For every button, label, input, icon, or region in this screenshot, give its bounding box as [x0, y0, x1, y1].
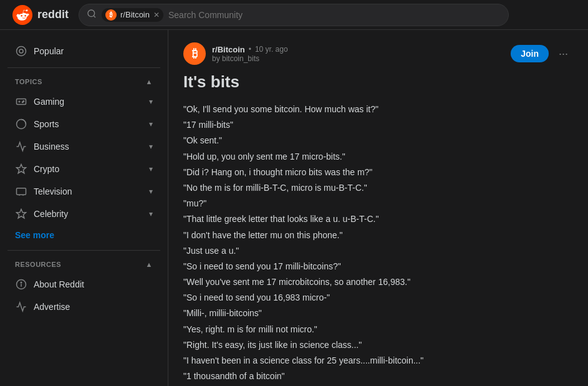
svg-line-2 [94, 16, 95, 17]
resources-section-header[interactable]: RESOURCES ▲ [7, 256, 160, 273]
post-body-line: "Just use a u." [183, 243, 573, 259]
gaming-label: Gaming [34, 97, 143, 107]
post-dot: • [249, 45, 251, 54]
sidebar-item-popular[interactable]: Popular [7, 40, 160, 62]
business-chevron-icon: ▾ [149, 142, 153, 151]
header: reddit ₿ r/Bitcoin ✕ [0, 0, 588, 30]
post-meta: r/Bitcoin • 10 yr. ago by bitcoin_bits [212, 45, 504, 63]
post-body-line: "1 thousandth of a bitcoin" [183, 369, 573, 384]
community-tag-name: r/Bitcoin [120, 10, 150, 19]
sidebar-item-advertise[interactable]: Advertise [7, 296, 160, 318]
business-icon [15, 140, 27, 153]
sidebar-popular-label: Popular [34, 46, 153, 56]
crypto-label: Crypto [34, 164, 143, 174]
community-tag: ₿ r/Bitcoin ✕ [102, 8, 163, 22]
post-body-line: "That little greek letter that looks lik… [183, 211, 573, 227]
svg-point-4 [19, 49, 23, 53]
sidebar-item-celebrity[interactable]: Celebrity ▾ [7, 203, 160, 225]
svg-marker-11 [17, 210, 26, 218]
sidebar-item-business[interactable]: Business ▾ [7, 135, 160, 158]
sidebar-item-television[interactable]: Television ▾ [7, 180, 160, 203]
more-options-button[interactable]: ··· [554, 45, 573, 63]
post-body-line: "Ok, I'll send you some bitcoin. How muc… [183, 102, 573, 117]
post-author: by bitcoin_bits [212, 54, 504, 63]
post-body-line: "17 milli-bits" [183, 117, 573, 133]
post-body-line: "Right. It's easy, its just like in scie… [183, 337, 573, 353]
post-body-line: "I haven't been in a science class for 2… [183, 353, 573, 369]
about-reddit-icon [15, 278, 27, 291]
post-actions: Join ··· [511, 45, 573, 63]
post-body-line: "So i need to send you 17 milli-bitcoins… [183, 259, 573, 274]
popular-icon [15, 45, 27, 57]
about-reddit-label: About Reddit [34, 279, 153, 289]
svg-point-1 [88, 10, 95, 17]
post-header: ₿ r/Bitcoin • 10 yr. ago by bitcoin_bits… [183, 42, 573, 65]
main-layout: Popular TOPICS ▲ Gaming ▾ Sports [0, 30, 588, 386]
television-chevron-icon: ▾ [149, 187, 153, 196]
sports-label: Sports [34, 119, 143, 129]
post-body-line: "Milli-, millii-bitcoins" [183, 306, 573, 321]
television-icon [15, 185, 27, 198]
topics-chevron-icon: ▲ [146, 78, 153, 85]
see-more-button[interactable]: See more [0, 225, 168, 245]
svg-point-13 [21, 282, 22, 283]
gaming-chevron-icon: ▾ [149, 97, 153, 106]
celebrity-icon [15, 208, 27, 220]
advertise-icon [15, 301, 27, 313]
resources-label: RESOURCES [15, 261, 61, 268]
join-button[interactable]: Join [511, 45, 549, 62]
crypto-chevron-icon: ▾ [149, 165, 153, 173]
svg-marker-9 [17, 165, 26, 173]
subreddit-icon: ₿ [183, 42, 206, 65]
sports-icon [15, 118, 27, 130]
gaming-icon [15, 95, 27, 108]
post-body-line: "Yes, right. m is for milli not micro." [183, 322, 573, 337]
subreddit-icon-symbol: ₿ [192, 47, 198, 60]
topics-section-header[interactable]: TOPICS ▲ [7, 73, 160, 90]
subreddit-name[interactable]: r/Bitcoin [212, 45, 245, 54]
sports-chevron-icon: ▾ [149, 120, 153, 128]
search-input[interactable] [168, 10, 501, 20]
post-body-line: "Did i? Hang on, i thought micro bits wa… [183, 165, 573, 180]
advertise-label: Advertise [34, 302, 153, 312]
topics-label: TOPICS [15, 78, 42, 85]
celebrity-chevron-icon: ▾ [149, 210, 153, 218]
post-body-line: "So i need to send you 16,983 micro-" [183, 290, 573, 306]
sidebar-resources-section: RESOURCES ▲ About Reddit Advertise [0, 256, 168, 318]
celebrity-label: Celebrity [34, 209, 143, 219]
main-content: ₿ r/Bitcoin • 10 yr. ago by bitcoin_bits… [168, 30, 588, 386]
sidebar-item-sports[interactable]: Sports ▾ [7, 113, 160, 135]
sidebar-item-gaming[interactable]: Gaming ▾ [7, 90, 160, 113]
sidebar: Popular TOPICS ▲ Gaming ▾ Sports [0, 30, 168, 386]
sidebar-topics-section: TOPICS ▲ Gaming ▾ Sports ▾ [0, 73, 168, 225]
sidebar-item-about-reddit[interactable]: About Reddit [7, 273, 160, 296]
reddit-wordmark: reddit [37, 8, 69, 21]
search-bar[interactable]: ₿ r/Bitcoin ✕ [79, 4, 509, 26]
post-age: 10 yr. ago [255, 45, 288, 54]
post-body-line: "Well you've sent me 17 microbitcoins, s… [183, 274, 573, 290]
sidebar-divider-2 [7, 250, 160, 251]
post-body-line: "I don't have the letter mu on this phon… [183, 228, 573, 243]
community-tag-close-icon[interactable]: ✕ [153, 11, 160, 19]
crypto-icon [15, 163, 27, 175]
svg-rect-10 [17, 188, 26, 195]
post-title: It's bits [183, 72, 573, 92]
television-label: Television [34, 186, 143, 196]
search-icon [87, 9, 97, 21]
post-body: "Ok, I'll send you some bitcoin. How muc… [183, 102, 573, 386]
post-body-line: "Hold up, you only sent me 17 micro-bits… [183, 149, 573, 165]
community-icon: ₿ [105, 9, 117, 21]
svg-point-7 [22, 102, 24, 103]
sidebar-item-crypto[interactable]: Crypto ▾ [7, 158, 160, 180]
logo-area[interactable]: reddit [12, 5, 69, 25]
post-body-line: "Ok sent." [183, 133, 573, 148]
post-body-line: "No the m is for milli-B-T-C, micro is m… [183, 180, 573, 196]
reddit-logo-icon [12, 5, 32, 25]
business-label: Business [34, 142, 143, 152]
post-meta-top: r/Bitcoin • 10 yr. ago [212, 45, 504, 54]
svg-rect-5 [17, 99, 26, 105]
svg-point-3 [17, 47, 26, 56]
post-body-line: "mu?" [183, 196, 573, 211]
sidebar-popular-section: Popular [0, 40, 168, 62]
resources-chevron-icon: ▲ [146, 261, 153, 268]
